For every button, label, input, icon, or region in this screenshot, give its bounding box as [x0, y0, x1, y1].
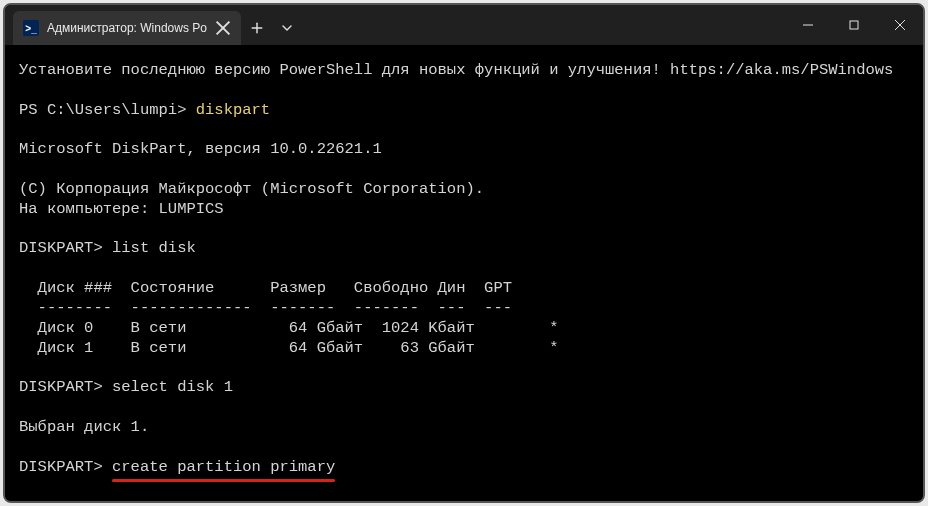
titlebar: >_ Администратор: Windows Po: [5, 5, 923, 45]
tab-close-button[interactable]: [215, 20, 231, 36]
minimize-button[interactable]: [785, 5, 831, 45]
window-controls: [785, 5, 923, 45]
powershell-icon: >_: [23, 20, 39, 36]
highlight-underline: [112, 479, 335, 482]
tab-dropdown-button[interactable]: [273, 11, 301, 45]
table-row: Диск 1 В сети 64 Gбайт 63 Gбайт *: [19, 339, 559, 357]
maximize-button[interactable]: [831, 5, 877, 45]
table-row: Диск 0 В сети 64 Gбайт 1024 Kбайт *: [19, 319, 559, 337]
command-create-partition: create partition primary: [112, 458, 335, 476]
tab-title: Администратор: Windows Po: [47, 21, 207, 35]
command-select-disk: select disk 1: [112, 378, 233, 396]
titlebar-drag-area[interactable]: [301, 5, 785, 45]
terminal-window: >_ Администратор: Windows Po: [3, 3, 925, 503]
terminal-output: Установите последнюю версию PowerShell д…: [19, 61, 909, 477]
new-tab-button[interactable]: [241, 11, 273, 45]
command-diskpart: diskpart: [196, 101, 270, 119]
terminal-body[interactable]: Установите последнюю версию PowerShell д…: [5, 45, 923, 501]
close-button[interactable]: [877, 5, 923, 45]
svg-rect-5: [850, 21, 858, 29]
command-list-disk: list disk: [112, 239, 196, 257]
disk-table-header: Диск ### Состояние Размер Свободно Дин G…: [19, 279, 512, 297]
tab-active[interactable]: >_ Администратор: Windows Po: [13, 11, 241, 45]
